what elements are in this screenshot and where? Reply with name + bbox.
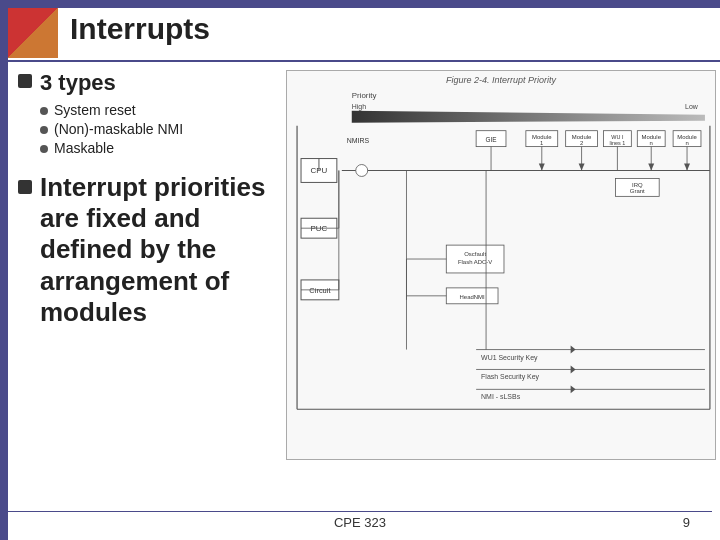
sub-dot-3 bbox=[40, 145, 48, 153]
svg-text:NMI - sLSBs: NMI - sLSBs bbox=[481, 393, 521, 400]
sub-dot-1 bbox=[40, 107, 48, 115]
main-bullet-label: 3 types bbox=[40, 70, 116, 96]
slide: Interrupts 3 types System reset (Non)-ma… bbox=[0, 0, 720, 540]
svg-text:PUC: PUC bbox=[311, 224, 328, 233]
main-bullet-3types: 3 types bbox=[18, 70, 278, 96]
bullet-dot-big bbox=[18, 180, 32, 194]
diagram-box: Figure 2-4. Interrupt Priority Priority … bbox=[286, 70, 716, 460]
svg-marker-64 bbox=[571, 346, 576, 354]
svg-point-26 bbox=[356, 165, 368, 177]
svg-marker-48 bbox=[684, 164, 690, 171]
svg-text:High: High bbox=[352, 103, 366, 111]
svg-text:n: n bbox=[685, 140, 688, 146]
corner-decoration bbox=[8, 8, 58, 58]
big-bullet-interrupt: Interrupt priorities are fixed and defin… bbox=[18, 172, 278, 328]
footer-page-number: 9 bbox=[683, 515, 690, 530]
svg-text:WU1 Security Key: WU1 Security Key bbox=[481, 354, 538, 362]
sub-label-2: (Non)-maskable NMI bbox=[54, 121, 183, 137]
svg-marker-66 bbox=[571, 385, 576, 393]
svg-marker-46 bbox=[579, 164, 585, 171]
sub-label-1: System reset bbox=[54, 102, 136, 118]
svg-text:Priority: Priority bbox=[352, 91, 377, 100]
sub-bullet-2: (Non)-maskable NMI bbox=[40, 121, 278, 137]
sub-bullet-1: System reset bbox=[40, 102, 278, 118]
svg-text:HeadNMI: HeadNMI bbox=[460, 294, 485, 300]
svg-text:Grant: Grant bbox=[630, 188, 645, 194]
sub-dot-2 bbox=[40, 126, 48, 134]
slide-title: Interrupts bbox=[70, 12, 210, 46]
svg-text:n: n bbox=[650, 140, 653, 146]
footer-course: CPE 323 bbox=[334, 515, 386, 530]
svg-marker-65 bbox=[571, 365, 576, 373]
footer-divider bbox=[8, 511, 712, 512]
svg-text:Circuit: Circuit bbox=[309, 286, 331, 295]
top-accent-bar bbox=[0, 0, 720, 8]
right-column-diagram: Figure 2-4. Interrupt Priority Priority … bbox=[286, 70, 716, 460]
svg-text:GIE: GIE bbox=[485, 136, 497, 143]
svg-marker-3 bbox=[352, 111, 705, 123]
left-column: 3 types System reset (Non)-maskable NMI … bbox=[18, 70, 278, 328]
svg-text:NMIRS: NMIRS bbox=[347, 137, 370, 144]
svg-text:Flash ADC-V: Flash ADC-V bbox=[458, 259, 492, 265]
sub-label-3: Maskable bbox=[54, 140, 114, 156]
svg-text:Low: Low bbox=[685, 103, 699, 110]
bullet-dot-main bbox=[18, 74, 32, 88]
svg-marker-47 bbox=[648, 164, 654, 171]
svg-marker-45 bbox=[539, 164, 545, 171]
svg-text:Flash Security Key: Flash Security Key bbox=[481, 373, 539, 381]
svg-text:lines 1: lines 1 bbox=[609, 140, 625, 146]
interrupt-priority-diagram: Priority High Low NMIRS GIE Module 1 bbox=[287, 71, 715, 459]
title-divider bbox=[8, 60, 720, 62]
big-bullet-label: Interrupt priorities are fixed and defin… bbox=[40, 172, 278, 328]
svg-text:Oscfault: Oscfault bbox=[464, 251, 486, 257]
left-accent-bar bbox=[0, 0, 8, 540]
sub-bullets-list: System reset (Non)-maskable NMI Maskable bbox=[40, 102, 278, 156]
sub-bullet-3: Maskable bbox=[40, 140, 278, 156]
